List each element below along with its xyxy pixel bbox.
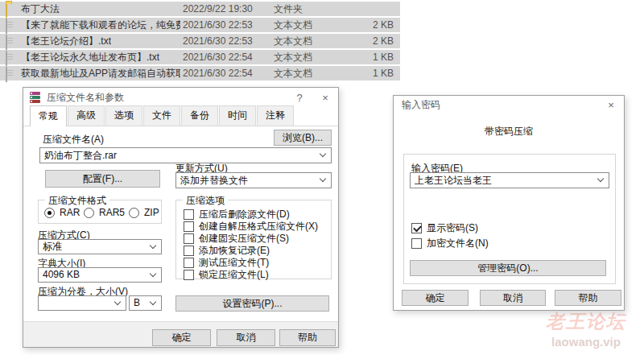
- checkbox-unchecked-icon: [184, 209, 194, 220]
- file-date: 2021/6/30 22:53: [183, 18, 253, 32]
- password-dialog-heading: 带密码压缩: [394, 125, 624, 138]
- password-combobox[interactable]: 上老王论坛当老王: [410, 172, 609, 188]
- checkbox-unchecked-icon: [184, 258, 194, 268]
- close-icon[interactable]: ×: [598, 96, 624, 114]
- table-row[interactable]: 获取最新地址及APP请发邮箱自动获取.txt 2021/6/30 22:54 文…: [0, 66, 400, 80]
- checkbox-unchecked-icon: [184, 221, 194, 232]
- file-type: 文本文档: [274, 34, 312, 48]
- tab-advanced[interactable]: 高级: [68, 105, 105, 126]
- dialog-titlebar[interactable]: 压缩文件名和参数 ? ×: [23, 88, 338, 107]
- watermark-domain-text: laowang.vip: [531, 335, 641, 349]
- archive-name-value: 奶油布丁整合.rar: [44, 150, 117, 161]
- folder-icon: [6, 3, 17, 14]
- browse-button[interactable]: 浏览(B)...: [274, 130, 332, 146]
- archive-format-group-label: 压缩文件格式: [45, 194, 109, 208]
- compression-method-combobox[interactable]: 标准: [38, 239, 162, 254]
- file-type: 文件夹: [274, 2, 303, 16]
- dialog-titlebar[interactable]: 输入密码 ×: [394, 96, 624, 114]
- checkbox-encrypt-filenames[interactable]: 加密文件名(N): [411, 237, 489, 250]
- table-row[interactable]: 【老王论坛介绍】.txt 2021/6/30 22:53 文本文档 2 KB: [0, 34, 400, 48]
- split-volumes-combobox[interactable]: [38, 295, 126, 311]
- radio-rar[interactable]: RAR: [44, 207, 80, 218]
- dialog-title: 压缩文件名和参数: [47, 91, 124, 105]
- chevron-down-icon: [320, 151, 326, 157]
- checkbox-label: 锁定压缩文件(L): [199, 268, 269, 282]
- checkbox-label: 加密文件名(N): [427, 237, 489, 250]
- file-type: 文本文档: [274, 50, 312, 64]
- tab-general[interactable]: 常规: [30, 105, 67, 126]
- file-name: 【老王论坛介绍】.txt: [21, 34, 111, 48]
- text-file-icon: [6, 68, 17, 79]
- file-date: 2022/9/22 19:30: [183, 2, 253, 16]
- table-row[interactable]: 【来了就能下载和观看的论坛，纯免费！... 2021/6/30 22:53 文本…: [0, 18, 400, 32]
- organize-passwords-button[interactable]: 管理密码(O)...: [410, 260, 606, 276]
- winrar-icon: [29, 91, 42, 104]
- text-file-icon: [6, 52, 17, 63]
- checkbox-unchecked-icon: [184, 246, 194, 256]
- tab-strip: 常规 高级 选项 文件 备份 时间 注释: [23, 109, 338, 126]
- ok-button[interactable]: 确定: [402, 290, 469, 306]
- enter-password-dialog: 输入密码 × 带密码压缩 输入密码(E) 上老王论坛当老王 显示密码(S) 加密…: [393, 95, 625, 311]
- archive-name-label: 压缩文件名(A): [43, 133, 104, 147]
- watermark: 老王论坛 laowang.vip: [531, 309, 641, 349]
- help-button[interactable]: 帮助: [555, 290, 621, 306]
- file-name: 布丁大法: [21, 2, 60, 16]
- file-name: 【来了就能下载和观看的论坛，纯免费！...: [21, 18, 180, 32]
- update-mode-value: 添加并替换文件: [180, 175, 248, 186]
- password-value: 上老王论坛当老王: [415, 175, 492, 186]
- file-list: 布丁大法 2022/9/22 19:30 文件夹 【来了就能下载和观看的论坛，纯…: [0, 0, 400, 80]
- file-date: 2021/6/30 22:54: [183, 66, 253, 80]
- chevron-down-icon: [597, 175, 604, 182]
- checkbox-unchecked-icon: [184, 270, 194, 280]
- file-date: 2021/6/30 22:54: [183, 50, 253, 64]
- checkbox-checked-icon: [411, 223, 422, 233]
- radio-unselected-icon: [84, 208, 94, 218]
- checkbox-show-password[interactable]: 显示密码(S): [411, 221, 478, 235]
- cancel-button[interactable]: 取消: [217, 329, 275, 346]
- chevron-down-icon: [320, 175, 326, 182]
- archive-name-params-dialog: 压缩文件名和参数 ? × 常规 高级 选项 文件 备份 时间 注释 压缩文件名(…: [23, 87, 339, 348]
- file-type: 文本文档: [274, 18, 312, 32]
- set-password-button[interactable]: 设置密码(P)...: [175, 295, 329, 312]
- help-button[interactable]: 帮助: [279, 329, 336, 346]
- radio-zip[interactable]: ZIP: [129, 207, 159, 218]
- compression-options-group-label: 压缩选项: [183, 194, 228, 208]
- table-row[interactable]: 【老王论坛永久地址发布页】.txt 2021/6/30 22:54 文本文档 1…: [0, 50, 400, 64]
- radio-label: RAR5: [99, 207, 125, 218]
- checkbox-unchecked-icon: [411, 238, 422, 249]
- update-mode-combobox[interactable]: 添加并替换文件: [175, 172, 332, 188]
- checkbox-lock[interactable]: 锁定压缩文件(L): [184, 268, 269, 282]
- help-titlebar-button[interactable]: ?: [287, 88, 312, 107]
- close-icon[interactable]: ×: [312, 88, 338, 107]
- tab-files[interactable]: 文件: [143, 105, 180, 126]
- split-unit-combobox[interactable]: B: [129, 295, 162, 311]
- archive-format-group: 压缩文件格式 RAR RAR5 ZIP: [38, 200, 162, 224]
- file-name: 【老王论坛永久地址发布页】.txt: [21, 50, 159, 64]
- file-date: 2021/6/30 22:53: [183, 34, 253, 48]
- profiles-button[interactable]: 配置(F)...: [45, 170, 160, 188]
- chevron-down-icon: [114, 298, 121, 304]
- file-size: 2 KB: [373, 34, 394, 48]
- compression-options-group: 压缩选项 压缩后删除源文件(D) 创建自解压格式压缩文件(X) 创建固实压缩文件…: [175, 200, 332, 279]
- radio-label: RAR: [60, 207, 80, 218]
- file-size: 2 KB: [373, 18, 394, 32]
- tab-comment[interactable]: 注释: [257, 105, 294, 126]
- watermark-cn-text: 老王论坛: [531, 309, 641, 334]
- chevron-down-icon: [150, 270, 156, 276]
- radio-rar5[interactable]: RAR5: [84, 207, 125, 218]
- tab-backup[interactable]: 备份: [181, 105, 218, 126]
- radio-selected-icon: [44, 208, 55, 218]
- file-type: 文本文档: [274, 66, 312, 80]
- file-size: 1 KB: [373, 50, 394, 64]
- ok-button[interactable]: 确定: [152, 329, 211, 346]
- tab-time[interactable]: 时间: [219, 105, 256, 126]
- archive-name-combobox[interactable]: 奶油布丁整合.rar: [39, 147, 332, 163]
- cancel-button[interactable]: 取消: [480, 290, 546, 306]
- table-row[interactable]: 布丁大法 2022/9/22 19:30 文件夹: [0, 2, 400, 16]
- dictionary-size-value: 4096 KB: [43, 269, 80, 280]
- dictionary-size-combobox[interactable]: 4096 KB: [38, 267, 162, 283]
- text-file-icon: [6, 19, 17, 31]
- checkbox-unchecked-icon: [184, 233, 194, 244]
- dialog-title: 输入密码: [402, 98, 440, 112]
- tab-options[interactable]: 选项: [105, 105, 142, 126]
